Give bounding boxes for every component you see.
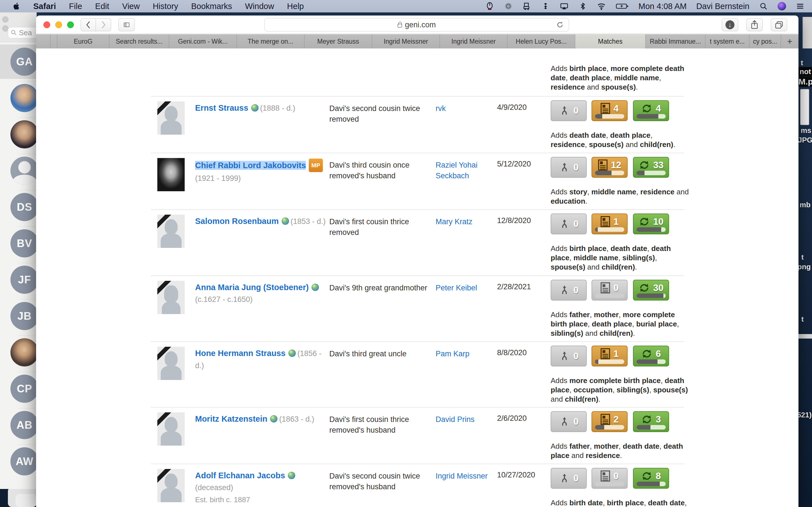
profile-link[interactable]: Anna Maria Jung (Stoebener) xyxy=(195,283,309,292)
notification-center-icon[interactable] xyxy=(796,2,805,11)
tab-ingrid-meissner[interactable]: Ingrid Meissner xyxy=(372,34,440,48)
menu-edit[interactable]: Edit xyxy=(95,2,109,11)
merge-matches-button[interactable]: 33 xyxy=(633,157,669,178)
submitter-link[interactable]: Pam Karp xyxy=(436,348,495,359)
menu-history[interactable]: History xyxy=(153,2,178,11)
profile-photo-placeholder[interactable] xyxy=(157,469,185,502)
menu-window[interactable]: Window xyxy=(245,2,274,11)
profile-photo-placeholder[interactable] xyxy=(157,101,185,135)
forward-button[interactable] xyxy=(96,18,111,31)
merge-matches-button[interactable]: 6 xyxy=(633,346,669,367)
creative-cloud-icon[interactable] xyxy=(504,2,513,11)
contact-avatar[interactable]: DS xyxy=(10,193,39,221)
tab-helen-lucy[interactable]: Helen Lucy Pos... xyxy=(507,34,575,48)
tab-eurog[interactable]: EuroG xyxy=(57,34,109,48)
submitter-link[interactable]: Mary Kratz xyxy=(436,216,495,227)
new-tab-button[interactable]: + xyxy=(781,34,799,48)
contact-avatar-photo[interactable] xyxy=(10,120,39,149)
submitter-link[interactable]: Ingrid Meissner xyxy=(436,471,495,482)
tab-geni-wiki[interactable]: Geni.com - Wik... xyxy=(169,34,237,48)
menu-view[interactable]: View xyxy=(122,2,140,11)
document-matches-button[interactable]: 0 xyxy=(592,280,627,300)
zoom-window-button[interactable] xyxy=(67,21,74,28)
submitter-link[interactable]: David Prins xyxy=(436,414,495,425)
document-matches-button[interactable]: 2 xyxy=(592,411,627,432)
minimize-window-button[interactable] xyxy=(55,21,62,28)
desktop-file-label[interactable]: not St xyxy=(797,67,812,76)
contact-avatar[interactable]: JF xyxy=(10,266,39,294)
menu-file[interactable]: File xyxy=(69,2,82,11)
contact-avatar[interactable]: GA xyxy=(10,48,39,76)
merge-matches-button[interactable]: 30 xyxy=(633,280,669,300)
merge-matches-button[interactable]: 4 xyxy=(633,100,669,121)
siri-icon[interactable] xyxy=(777,2,786,10)
tree-matches-button[interactable]: 0 xyxy=(551,411,587,432)
profile-photo-placeholder[interactable] xyxy=(157,281,185,314)
merge-matches-button[interactable]: 3 xyxy=(633,411,669,432)
submitter-link[interactable]: Raziel Yohai Seckbach xyxy=(436,160,495,181)
tree-matches-button[interactable]: 0 xyxy=(551,214,587,234)
tab-search-results[interactable]: Search results... xyxy=(109,34,169,48)
submitter-link[interactable]: Peter Keibel xyxy=(436,283,495,293)
contact-avatar-photo[interactable] xyxy=(10,84,39,112)
document-matches-button[interactable]: 12 xyxy=(592,157,627,178)
spotlight-icon[interactable] xyxy=(759,2,768,11)
share-button[interactable] xyxy=(746,18,763,31)
profile-link[interactable]: Moritz Katzenstein xyxy=(195,414,267,424)
tab-cy-pos[interactable]: cy pos... xyxy=(749,34,781,48)
desktop-file-icon[interactable] xyxy=(800,89,809,125)
menu-help[interactable]: Help xyxy=(287,2,304,11)
document-matches-button[interactable]: 4 xyxy=(592,100,627,121)
tree-matches-button[interactable]: 0 xyxy=(551,468,587,489)
apple-menu-icon[interactable] xyxy=(13,2,20,10)
tab-rabbi-immanuel[interactable]: Rabbi Immanue... xyxy=(646,34,705,48)
back-button[interactable] xyxy=(81,18,96,31)
background-search-input[interactable]: Sea xyxy=(8,27,39,38)
menubar-user[interactable]: Davi Bernstein xyxy=(696,2,749,11)
reload-icon[interactable] xyxy=(556,20,564,29)
contact-avatar[interactable]: CP xyxy=(10,375,39,403)
contact-avatar-photo[interactable] xyxy=(10,338,39,367)
sidebar-toggle-button[interactable] xyxy=(118,18,135,31)
printer-icon[interactable] xyxy=(522,2,531,11)
document-matches-button[interactable]: 1 xyxy=(592,214,627,234)
menu-bookmarks[interactable]: Bookmarks xyxy=(191,2,232,11)
battery-icon[interactable] xyxy=(615,2,629,11)
contact-avatar[interactable]: AB xyxy=(10,411,39,439)
tab-stub[interactable] xyxy=(36,34,50,48)
profile-link[interactable]: Adolf Elchanan Jacobs xyxy=(195,471,285,480)
tree-matches-button[interactable]: 0 xyxy=(551,346,587,367)
tab-ingrid-meissner-2[interactable]: Ingrid Meissner xyxy=(440,34,507,48)
menu-safari[interactable]: Safari xyxy=(33,2,56,11)
tab-the-merge[interactable]: The merge on... xyxy=(237,34,305,48)
profile-photo-placeholder[interactable] xyxy=(157,412,185,446)
profile-link[interactable]: Chief Rabbi Lord Jakobovits xyxy=(195,161,306,170)
profile-photo-placeholder[interactable] xyxy=(157,215,185,248)
bluetooth-icon[interactable] xyxy=(578,2,587,11)
profile-photo[interactable] xyxy=(157,158,185,191)
airplay-display-icon[interactable] xyxy=(560,2,569,11)
dropbox-icon[interactable] xyxy=(541,2,550,11)
tab-meyer-strauss[interactable]: Meyer Strauss xyxy=(305,34,372,48)
mouse-icon[interactable] xyxy=(485,2,494,11)
contact-avatar[interactable]: BV xyxy=(10,229,39,258)
contact-avatar-placeholder[interactable] xyxy=(10,157,39,185)
profile-link[interactable]: Salomon Rosenbaum xyxy=(195,217,279,226)
tree-matches-button[interactable]: 0 xyxy=(551,100,587,121)
tab-stub[interactable] xyxy=(50,34,57,48)
merge-matches-button[interactable]: 8 xyxy=(633,468,669,489)
downloads-button[interactable]: ↓ xyxy=(722,18,738,31)
tree-matches-button[interactable]: 0 xyxy=(551,157,587,178)
contact-avatar[interactable]: JB xyxy=(10,302,39,330)
tab-overview-button[interactable] xyxy=(771,18,787,31)
menubar-clock[interactable]: Mon 4:08 AM xyxy=(639,2,687,11)
document-matches-button[interactable]: 1 xyxy=(592,346,627,367)
profile-link[interactable]: Ernst Strauss xyxy=(195,103,248,112)
tree-matches-button[interactable]: 0 xyxy=(551,280,587,300)
wifi-icon[interactable] xyxy=(597,2,606,11)
profile-link[interactable]: Hone Hermann Strauss xyxy=(195,349,286,358)
profile-photo-placeholder[interactable] xyxy=(157,347,185,380)
close-window-button[interactable] xyxy=(43,21,50,28)
tab-matches-active[interactable]: Matches xyxy=(575,34,646,48)
merge-matches-button[interactable]: 10 xyxy=(633,214,669,234)
